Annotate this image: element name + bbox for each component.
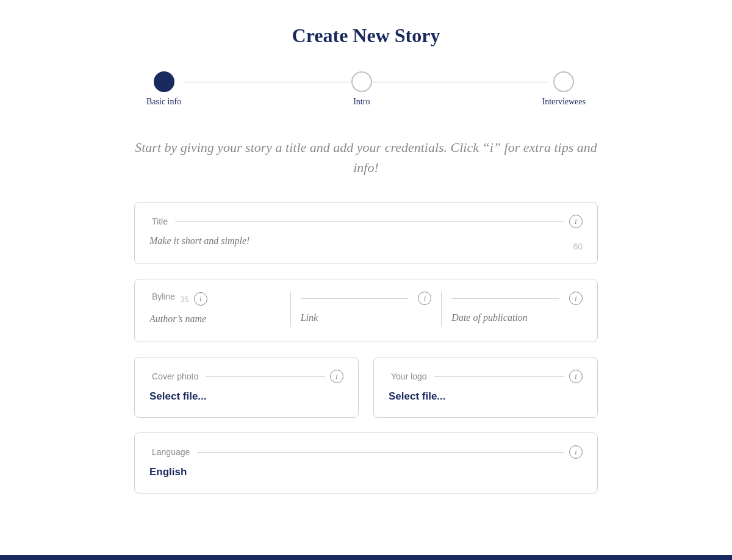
link-input[interactable] <box>301 310 432 326</box>
stepper-circle-intro <box>351 71 372 92</box>
link-divider-left <box>301 298 409 299</box>
language-label: Language <box>149 447 192 457</box>
cover-photo-info-button[interactable]: i <box>330 370 343 383</box>
stepper-step-basic-info: Basic info <box>146 71 181 107</box>
byline-label: Byline <box>149 292 178 301</box>
language-value: English <box>149 466 187 478</box>
logo-label: Your logo <box>389 372 429 381</box>
byline-link-info-button[interactable]: i <box>418 292 431 305</box>
cover-photo-label: Cover photo <box>149 372 201 381</box>
byline-author-field: Byline 35 i <box>149 292 291 327</box>
intro-description: Start by giving your story a title and a… <box>134 137 598 178</box>
byline-section: Byline 35 i i i <box>134 279 598 342</box>
cover-photo-divider <box>206 376 325 377</box>
byline-date-field: i <box>451 292 583 327</box>
title-input[interactable] <box>149 233 583 249</box>
title-divider <box>175 221 564 222</box>
language-divider <box>197 452 564 453</box>
stepper-step-interviewees: Interviewees <box>542 71 586 107</box>
title-section: Title i 60 <box>134 202 598 264</box>
author-name-input[interactable] <box>149 311 281 327</box>
byline-author-info-button[interactable]: i <box>194 292 207 306</box>
cover-logo-row: Cover photo i Select file... Your logo i… <box>134 357 598 418</box>
byline-date-info-button[interactable]: i <box>569 292 583 305</box>
title-label: Title <box>149 217 170 226</box>
language-section: Language i English <box>134 433 598 494</box>
stepper-circle-interviewees <box>553 71 574 92</box>
stepper-label-interviewees: Interviewees <box>542 97 586 107</box>
language-info-button[interactable]: i <box>569 445 583 459</box>
page-title: Create New Story <box>134 24 598 47</box>
logo-info-button[interactable]: i <box>569 370 583 383</box>
date-divider-left <box>451 298 559 299</box>
stepper-label-basic-info: Basic info <box>146 97 181 107</box>
bottom-bar <box>0 555 732 560</box>
title-info-button[interactable]: i <box>569 215 583 228</box>
byline-char-count: 35 <box>180 295 188 304</box>
cover-photo-section: Cover photo i Select file... <box>134 357 359 418</box>
logo-divider <box>434 376 564 377</box>
stepper-step-intro: Intro <box>351 71 372 107</box>
stepper-label-intro: Intro <box>353 97 370 107</box>
logo-section: Your logo i Select file... <box>373 357 598 418</box>
cover-photo-select[interactable]: Select file... <box>149 390 207 402</box>
title-char-count: 60 <box>573 242 583 251</box>
date-input[interactable] <box>451 310 583 326</box>
logo-select[interactable]: Select file... <box>389 390 446 402</box>
stepper-circle-basic-info <box>154 71 174 92</box>
stepper: Basic info Intro Interviewees <box>134 71 598 107</box>
byline-link-field: i <box>301 292 442 327</box>
